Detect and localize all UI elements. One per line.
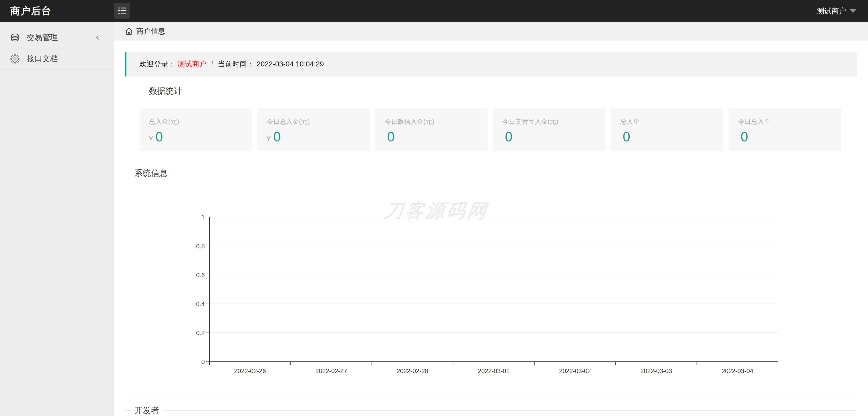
- stat-card-alipay-in: 今日支付宝入金(元) 0: [493, 108, 606, 151]
- stat-card-value: 0: [620, 129, 723, 145]
- breadcrumb[interactable]: 商户信息: [114, 22, 868, 40]
- home-icon: [125, 27, 133, 35]
- stats-cards: 总入金(元) ¥ 0 今日总入金(元) ¥ 0: [140, 108, 841, 151]
- x-axis-label: 2022-03-01: [478, 367, 510, 375]
- content: 欢迎登录： 测试商户 ！ 当前时间： 2022-03-04 10:04:29 数…: [114, 52, 868, 416]
- system-info-legend: 系统信息: [131, 167, 171, 179]
- welcome-user: 测试商户: [178, 59, 207, 69]
- y-axis-label: 0.2: [196, 329, 205, 337]
- sidebar-toggle-button[interactable]: [114, 3, 130, 19]
- y-axis-label: 1: [202, 214, 205, 221]
- welcome-prefix: 欢迎登录：: [139, 59, 176, 69]
- user-menu[interactable]: 测试商户: [817, 0, 856, 22]
- developer-section: 开发者: [125, 405, 857, 416]
- welcome-time: 2022-03-04 10:04:29: [257, 60, 324, 68]
- stat-card-today-orders: 今日总入单 0: [729, 108, 841, 151]
- stat-card-total-in: 总入金(元) ¥ 0: [140, 108, 252, 151]
- stats-section: 数据统计 总入金(元) ¥ 0 今日总入金(元) ¥ 0: [125, 85, 857, 160]
- x-axis-label: 2022-03-03: [640, 367, 672, 375]
- stat-card-value: ¥ 0: [267, 129, 370, 145]
- breadcrumb-label: 商户信息: [136, 26, 165, 36]
- y-axis-label: 0: [202, 358, 205, 365]
- app-title: 商户后台: [10, 4, 52, 18]
- top-bar: 商户后台 测试商户: [0, 0, 868, 22]
- y-axis-label: 0.4: [196, 300, 205, 308]
- stat-card-wechat-in: 今日微信入金(元) 0: [375, 108, 488, 151]
- stat-card-value: 0: [738, 129, 841, 145]
- stat-card-label: 总入单: [620, 117, 723, 126]
- currency-symbol: ¥: [149, 135, 153, 143]
- sidebar-item-api-docs[interactable]: 接口文档: [0, 48, 114, 69]
- stat-card-label: 总入金(元): [149, 117, 252, 126]
- x-axis-label: 2022-02-28: [397, 367, 428, 375]
- caret-down-icon: [850, 9, 856, 13]
- stat-card-label: 今日支付宝入金(元): [502, 117, 606, 126]
- welcome-mid: ！ 当前时间：: [209, 59, 254, 69]
- chevron-left-icon: [94, 34, 101, 41]
- main-area: 商户信息 欢迎登录： 测试商户 ！ 当前时间： 2022-03-04 10:04…: [114, 22, 868, 416]
- currency-symbol: ¥: [267, 135, 271, 143]
- stat-card-today-in: 今日总入金(元) ¥ 0: [257, 108, 370, 151]
- x-axis-label: 2022-03-04: [721, 367, 753, 375]
- sidebar-item-transactions[interactable]: 交易管理: [0, 27, 114, 48]
- stat-card-value: 0: [502, 129, 606, 145]
- stat-card-label: 今日总入金(元): [267, 117, 370, 126]
- chart-svg: 00.20.40.60.812022-02-262022-02-272022-0…: [125, 179, 857, 397]
- stat-card-label: 今日微信入金(元): [384, 117, 488, 126]
- database-icon: [10, 33, 20, 42]
- list-menu-icon: [117, 7, 127, 14]
- user-name: 测试商户: [817, 6, 846, 16]
- sidebar-item-label: 交易管理: [27, 32, 58, 43]
- y-axis-label: 0.6: [196, 271, 205, 279]
- line-chart: 刀客源码网 00.20.40.60.812022-02-262022-02-27…: [125, 179, 857, 397]
- stat-card-value: 0: [384, 129, 488, 145]
- system-info-section: 系统信息 刀客源码网 00.20.40.60.812022-02-262022-…: [125, 167, 857, 397]
- stat-card-value: ¥ 0: [149, 129, 252, 145]
- stat-card-label: 今日总入单: [738, 117, 841, 126]
- sidebar-item-label: 接口文档: [27, 54, 58, 64]
- stat-card-total-orders: 总入单 0: [611, 108, 723, 151]
- gear-icon: [10, 54, 20, 64]
- sidebar: 交易管理 接口文档: [0, 22, 114, 416]
- x-axis-label: 2022-02-26: [234, 367, 266, 375]
- y-axis-label: 0.8: [196, 243, 205, 250]
- x-axis-label: 2022-03-02: [559, 367, 591, 375]
- x-axis-label: 2022-02-27: [315, 367, 347, 375]
- stats-legend: 数据统计: [145, 85, 186, 97]
- developer-legend: 开发者: [131, 405, 163, 416]
- welcome-banner: 欢迎登录： 测试商户 ！ 当前时间： 2022-03-04 10:04:29: [125, 52, 857, 76]
